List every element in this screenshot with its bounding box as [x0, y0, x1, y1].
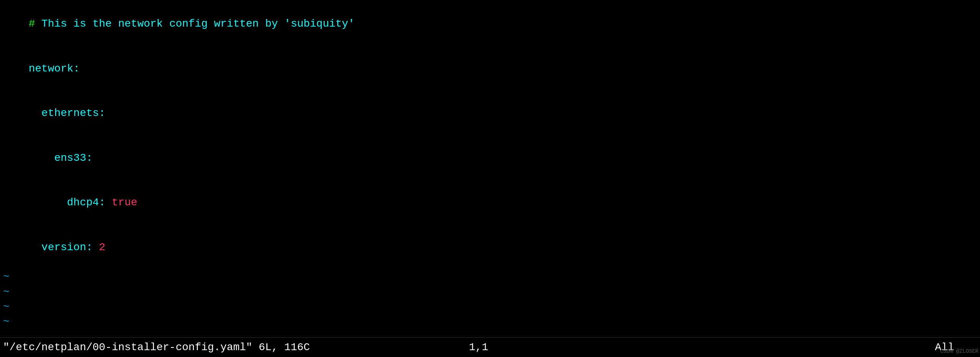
cursor-position: 1,1 [320, 340, 637, 355]
line-5-key: dhcp4: [29, 197, 111, 208]
line-4-text: ens33: [29, 152, 92, 164]
tilde-5: ~ [3, 329, 977, 335]
file-info: "/etc/netplan/00-installer-config.yaml" … [3, 340, 320, 355]
line-5-value: true [112, 197, 137, 208]
scroll-position: All [637, 340, 977, 355]
line-3: ethernets: [3, 91, 977, 136]
status-bar: "/etc/netplan/00-installer-config.yaml" … [0, 337, 980, 357]
tilde-2: ~ [3, 285, 977, 300]
line-6-value: 2 [99, 241, 105, 253]
editor-area: # This is the network config written by … [0, 0, 980, 335]
line-6-key: version: [29, 241, 99, 253]
line-6: version: 2 [3, 225, 977, 270]
comment-text: This is the network config written by 's… [35, 18, 355, 30]
watermark: CSDN @ZLOSER [940, 348, 978, 355]
comment-hash: # [29, 18, 35, 30]
line-1: # This is the network config written by … [3, 2, 977, 46]
tilde-3: ~ [3, 300, 977, 314]
tilde-1: ~ [3, 270, 977, 284]
line-5: dhcp4: true [3, 180, 977, 225]
line-2-text: network: [29, 63, 80, 75]
tilde-4: ~ [3, 314, 977, 329]
line-3-text: ethernets: [29, 107, 105, 119]
line-4: ens33: [3, 136, 977, 181]
line-2: network: [3, 46, 977, 91]
